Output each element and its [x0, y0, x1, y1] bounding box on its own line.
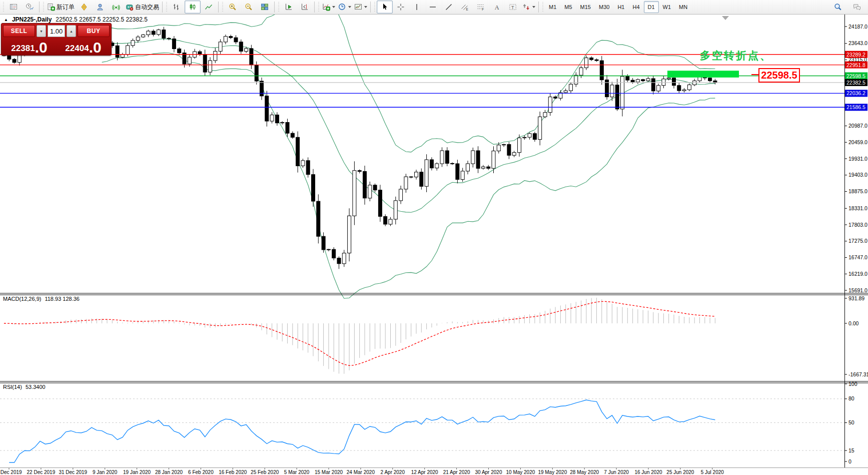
- svg-text:T: T: [511, 5, 514, 10]
- sell-price-display[interactable]: 22381 .0: [3, 39, 56, 54]
- bar-chart-button[interactable]: [169, 1, 185, 14]
- svg-text:28 May 2020: 28 May 2020: [570, 469, 599, 475]
- auto-trading-label: 自动交易: [135, 3, 159, 12]
- candlesticks[interactable]: [3, 27, 717, 269]
- svg-text:2 Dec 2019: 2 Dec 2019: [0, 469, 22, 475]
- channel-button[interactable]: E: [457, 1, 473, 14]
- crosshair-button[interactable]: [393, 1, 409, 14]
- collapse-panel-icon[interactable]: ▲: [4, 18, 8, 22]
- chart-shift-button[interactable]: [297, 1, 313, 14]
- buy-button[interactable]: BUY: [78, 25, 110, 37]
- candle-chart-button[interactable]: [185, 1, 201, 14]
- market-watch-button[interactable]: [6, 1, 22, 14]
- compass-button[interactable]: [76, 1, 92, 14]
- auto-scroll-icon: [285, 3, 293, 11]
- timeframe-m15-button[interactable]: M15: [576, 1, 595, 13]
- svg-text:24 Mar 2020: 24 Mar 2020: [347, 469, 375, 475]
- svg-text:5 Mar 2020: 5 Mar 2020: [284, 469, 310, 475]
- svg-text:17803.0: 17803.0: [848, 222, 867, 228]
- toolbar-separator: [370, 2, 371, 13]
- svg-text:15: 15: [848, 447, 854, 453]
- cursor-button[interactable]: [377, 1, 393, 14]
- toolbar-grip: [541, 2, 544, 12]
- svg-text:6 Feb 2020: 6 Feb 2020: [188, 469, 214, 475]
- macd-name: MACD(12,26,9): [3, 296, 41, 302]
- highlight-rectangle[interactable]: [667, 71, 739, 78]
- zoom-out-button[interactable]: [241, 1, 257, 14]
- trend-line-button[interactable]: [441, 1, 457, 14]
- svg-text:23643.0: 23643.0: [848, 40, 867, 46]
- volume-increase-button[interactable]: ▲: [67, 25, 76, 37]
- rsi-pane[interactable]: [0, 399, 844, 462]
- text-label-button[interactable]: T: [505, 1, 521, 14]
- horizontal-line-button[interactable]: [425, 1, 441, 14]
- new-order-button[interactable]: 新订单: [46, 1, 76, 14]
- tile-windows-button[interactable]: [257, 1, 273, 14]
- svg-text:22598.5: 22598.5: [846, 73, 865, 79]
- indicators-icon: [322, 3, 330, 11]
- timeframe-w1-button[interactable]: W1: [659, 1, 675, 13]
- zoom-in-button[interactable]: [225, 1, 241, 14]
- toolbar: 新订单自动交易EFATM1M5M15M30H1H4D1W1MN: [0, 0, 868, 15]
- buy-price-display[interactable]: 22404 .0: [57, 39, 110, 54]
- pivot-point-annotation[interactable]: 多空转折点、: [700, 49, 772, 63]
- auto-scroll-button[interactable]: [281, 1, 297, 14]
- svg-text:7 Jun 2020: 7 Jun 2020: [604, 469, 629, 475]
- svg-text:16219.0: 16219.0: [848, 271, 867, 277]
- chat-button[interactable]: [849, 1, 865, 14]
- tick-chart-icon: [26, 3, 34, 11]
- sell-button[interactable]: SELL: [3, 25, 35, 37]
- dropdown-caret-icon: [332, 6, 335, 8]
- time-axis[interactable]: 2 Dec 201922 Dec 201931 Dec 20199 Jan 20…: [0, 468, 724, 475]
- arrows-icon: [522, 3, 530, 11]
- price-chart[interactable]: 22587.022059.021531.024187.023643.023115…: [0, 0, 868, 475]
- terminal-user-button[interactable]: [92, 1, 108, 14]
- vertical-line-button[interactable]: [409, 1, 425, 14]
- toolbar-grip: [42, 2, 45, 12]
- macd-pane[interactable]: [4, 298, 715, 374]
- toolbar-grip: [373, 2, 376, 12]
- svg-text:19931.0: 19931.0: [848, 156, 867, 162]
- toolbar-separator: [39, 2, 40, 13]
- candle-chart-icon: [189, 3, 197, 11]
- sell-price-frac: .0: [35, 41, 48, 54]
- new-order-icon: [47, 3, 55, 11]
- ohlc-values: 22502.5 22657.5 22252.5 22382.5: [56, 16, 148, 23]
- auto-trading-button[interactable]: 自动交易: [124, 1, 161, 14]
- price-axis[interactable]: 22587.022059.021531.024187.023643.023115…: [844, 24, 868, 464]
- timeframe-m30-button[interactable]: M30: [595, 1, 613, 13]
- terminal-user-icon: [96, 3, 104, 11]
- svg-text:19 Jan 2020: 19 Jan 2020: [123, 469, 151, 475]
- arrows-button[interactable]: [521, 1, 537, 14]
- chart-shift-icon: [301, 3, 309, 11]
- timeframe-h1-button[interactable]: H1: [613, 1, 628, 13]
- tick-chart-button[interactable]: [22, 1, 38, 14]
- timeframe-d1-button[interactable]: D1: [644, 1, 659, 13]
- templates-button[interactable]: [353, 1, 369, 14]
- toolbar-grip: [2, 2, 5, 12]
- indicators-button[interactable]: [321, 1, 337, 14]
- svg-text:30 Apr 2020: 30 Apr 2020: [475, 469, 502, 475]
- svg-text:25 Feb 2020: 25 Feb 2020: [251, 469, 279, 475]
- text-button[interactable]: A: [489, 1, 505, 14]
- line-chart-button[interactable]: [201, 1, 217, 14]
- timeframe-m5-button[interactable]: M5: [560, 1, 576, 13]
- volume-input[interactable]: [48, 25, 65, 37]
- signals-button[interactable]: [108, 1, 124, 14]
- channel-icon: E: [461, 3, 469, 11]
- svg-text:9 Jan 2020: 9 Jan 2020: [93, 469, 118, 475]
- svg-text:16747.0: 16747.0: [848, 254, 867, 260]
- one-click-trading-panel: SELL ▼ ▲ BUY 22381 .0 22404 .0: [1, 23, 112, 56]
- fibonacci-button[interactable]: F: [473, 1, 489, 14]
- svg-text:22 Dec 2019: 22 Dec 2019: [27, 469, 56, 475]
- volume-decrease-button[interactable]: ▼: [37, 25, 46, 37]
- timeframe-mn-button[interactable]: MN: [675, 1, 691, 13]
- search-button[interactable]: [830, 1, 846, 14]
- chart-shift-marker-icon[interactable]: [722, 16, 729, 20]
- timeframe-m1-button[interactable]: M1: [545, 1, 560, 13]
- timeframe-h4-button[interactable]: H4: [628, 1, 643, 13]
- price-level-box[interactable]: 22598.5: [758, 68, 800, 83]
- macd-values: 118.93 128.36: [45, 296, 80, 302]
- periods-button[interactable]: [337, 1, 353, 14]
- crosshair-icon: [397, 3, 405, 11]
